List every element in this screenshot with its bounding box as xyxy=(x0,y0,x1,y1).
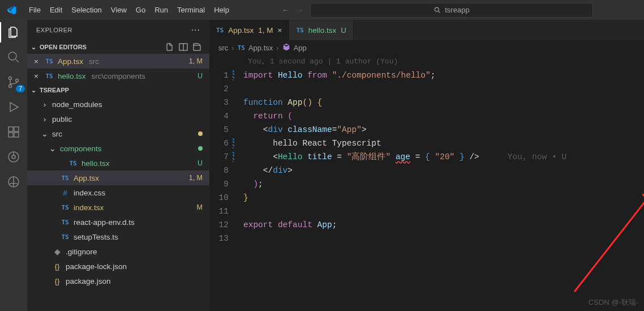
menu-file[interactable]: File xyxy=(24,3,45,16)
chevron-right-icon: › xyxy=(41,115,49,123)
folder-item[interactable]: ›node_modules xyxy=(27,97,209,112)
breadcrumb-segment[interactable]: App.tsx xyxy=(248,44,273,52)
file-item[interactable]: TSApp.tsx1, M xyxy=(27,171,209,185)
ts-icon: TS xyxy=(60,204,70,211)
close-icon[interactable]: × xyxy=(32,72,41,80)
line-number[interactable]: 12 xyxy=(209,218,229,232)
file-item[interactable]: TSindex.tsxM xyxy=(27,200,209,215)
editor-tab[interactable]: TS hello.tsx U xyxy=(289,20,354,40)
svg-line-3 xyxy=(16,59,19,62)
file-item[interactable]: TSsetupTests.ts xyxy=(27,229,209,244)
symbol-icon xyxy=(282,43,290,53)
open-editor-item[interactable]: × TS hello.tsx src\components U xyxy=(27,69,209,83)
line-number[interactable]: 8 xyxy=(209,164,229,177)
tab-status: 1, M xyxy=(258,26,273,35)
file-item[interactable]: TShello.tsxU xyxy=(27,156,209,171)
git-status: M xyxy=(197,203,203,211)
folder-item[interactable]: ⌄components xyxy=(27,141,209,156)
titlebar: FileEditSelectionViewGoRunTerminalHelp ←… xyxy=(0,0,644,20)
menu-terminal[interactable]: Terminal xyxy=(173,3,209,16)
chevron-down-icon: ⌄ xyxy=(41,129,49,138)
nav-arrows: ← → xyxy=(282,6,303,14)
toggle-layout-icon[interactable] xyxy=(179,42,188,52)
svg-point-0 xyxy=(435,7,439,11)
command-center-search[interactable]: tsreapp xyxy=(310,3,593,18)
open-editors-header[interactable]: ⌄ OPEN EDITORS xyxy=(27,40,209,54)
menu-go[interactable]: Go xyxy=(131,3,150,16)
ts-icon: TS xyxy=(60,233,70,241)
line-number[interactable]: 1 xyxy=(209,69,229,82)
editor-tab[interactable]: TS App.tsx 1, M × xyxy=(209,20,289,40)
close-icon[interactable]: × xyxy=(32,57,41,66)
chevron-right-icon: › xyxy=(41,100,49,109)
line-number[interactable]: 2 xyxy=(209,82,229,96)
line-number[interactable]: 10 xyxy=(209,191,229,205)
error-squiggly: age xyxy=(396,152,410,161)
new-file-icon[interactable] xyxy=(165,42,174,52)
item-name: .gitignore xyxy=(66,248,97,256)
nav-back-icon[interactable]: ← xyxy=(282,6,289,14)
menu-help[interactable]: Help xyxy=(209,3,234,16)
menu-edit[interactable]: Edit xyxy=(45,3,67,16)
file-item[interactable]: {}package-lock.json xyxy=(27,259,209,274)
line-number[interactable]: 5 xyxy=(209,123,229,137)
line-number[interactable]: 11 xyxy=(209,205,229,218)
file-path: src\components xyxy=(92,72,145,80)
open-editor-item[interactable]: × TS App.tsx src 1, M xyxy=(27,54,209,69)
line-number[interactable]: 7 xyxy=(209,150,229,164)
menu-run[interactable]: Run xyxy=(150,3,173,16)
activity-run-debug[interactable] xyxy=(6,99,22,115)
project-header[interactable]: ⌄ TSREAPP xyxy=(27,83,209,97)
activity-extensions[interactable] xyxy=(6,124,22,140)
editor-tabs: TS App.tsx 1, M ×TS hello.tsx U xyxy=(209,20,644,40)
save-all-icon[interactable] xyxy=(192,42,201,52)
chevron-down-icon: ⌄ xyxy=(49,144,57,153)
file-item[interactable]: ◆.gitignore xyxy=(27,244,209,259)
activity-gitlens[interactable] xyxy=(6,149,22,165)
git-status: U xyxy=(198,72,203,80)
file-item[interactable]: TSreact-app-env.d.ts xyxy=(27,215,209,229)
item-name: hello.tsx xyxy=(81,159,110,168)
line-number[interactable]: 3 xyxy=(209,96,229,109)
css-icon: # xyxy=(60,189,70,197)
close-icon[interactable]: × xyxy=(278,26,282,35)
item-name: package-lock.json xyxy=(66,262,127,271)
item-name: node_modules xyxy=(52,100,102,109)
svg-rect-10 xyxy=(14,127,19,131)
file-item[interactable]: {}package.json xyxy=(27,274,209,288)
git-status: U xyxy=(198,159,203,167)
item-name: public xyxy=(52,115,72,123)
breadcrumb[interactable]: src›TSApp.tsx›App xyxy=(209,40,644,55)
line-gutter: 0 12345678910111213 xyxy=(209,55,239,311)
activity-search[interactable] xyxy=(6,49,22,65)
sidebar-title: EXPLORER xyxy=(36,27,72,33)
svg-point-12 xyxy=(12,155,15,159)
activity-remote[interactable] xyxy=(6,174,22,190)
line-number[interactable]: 9 xyxy=(209,177,229,191)
breadcrumb-segment[interactable]: App xyxy=(294,44,307,52)
folder-item[interactable]: ⌄src xyxy=(27,126,209,141)
menu-view[interactable]: View xyxy=(106,3,131,16)
activity-explorer[interactable] xyxy=(6,24,22,40)
item-name: App.tsx xyxy=(74,174,99,182)
activity-source-control[interactable]: 7 xyxy=(6,74,22,90)
ts-icon: TS xyxy=(60,174,70,182)
chevron-down-icon: ⌄ xyxy=(29,87,37,94)
search-icon xyxy=(433,6,441,14)
file-item[interactable]: #index.css xyxy=(27,185,209,200)
breadcrumb-segment[interactable]: src xyxy=(218,44,228,52)
svg-point-4 xyxy=(9,77,12,80)
ts-icon: TS xyxy=(44,58,54,65)
sidebar-more-icon[interactable]: ··· xyxy=(191,25,200,35)
line-number[interactable]: 6 xyxy=(209,137,229,150)
line-number[interactable]: 4 xyxy=(209,109,229,123)
item-name: package.json xyxy=(66,277,111,286)
line-number[interactable]: 13 xyxy=(209,232,229,245)
menu-selection[interactable]: Selection xyxy=(67,3,106,16)
code-content[interactable]: You, 1 second ago | 1 author (You) impor… xyxy=(239,55,566,311)
file-name: App.tsx xyxy=(58,57,83,66)
remote-icon xyxy=(7,175,20,189)
gear-icon: ◆ xyxy=(52,247,62,256)
folder-item[interactable]: ›public xyxy=(27,112,209,126)
sidebar: EXPLORER ··· ⌄ OPEN EDITORS × TS App.tsx… xyxy=(27,20,209,311)
